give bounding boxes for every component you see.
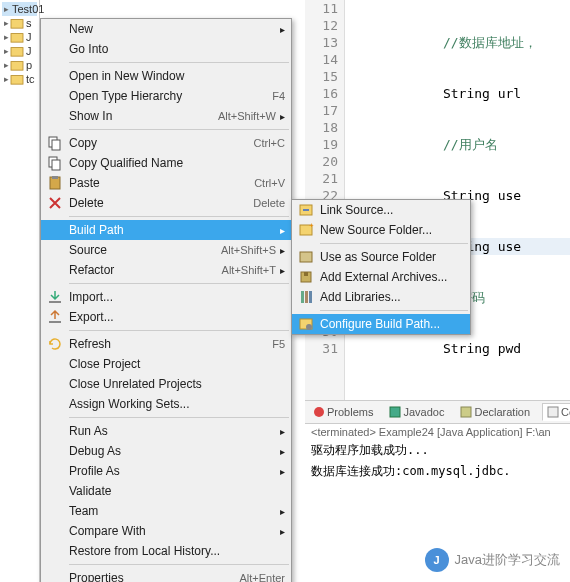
separator bbox=[69, 283, 289, 284]
problems-icon bbox=[313, 406, 325, 418]
svg-rect-13 bbox=[49, 301, 61, 303]
export-icon bbox=[47, 309, 63, 325]
svg-rect-18 bbox=[300, 252, 312, 262]
svg-text:+: + bbox=[309, 222, 314, 230]
archive-icon bbox=[298, 269, 314, 285]
link-source-icon bbox=[298, 202, 314, 218]
menu-copy-qualified[interactable]: Copy Qualified Name bbox=[41, 153, 291, 173]
tab-declaration[interactable]: Declaration bbox=[456, 404, 534, 420]
submenu-add-libraries[interactable]: Add Libraries... bbox=[292, 287, 470, 307]
svg-rect-23 bbox=[309, 291, 312, 303]
delete-icon bbox=[47, 195, 63, 211]
menu-debug-as[interactable]: Debug As▸ bbox=[41, 441, 291, 461]
svg-rect-28 bbox=[461, 407, 471, 417]
menu-close-unrelated[interactable]: Close Unrelated Projects bbox=[41, 374, 291, 394]
svg-rect-20 bbox=[304, 272, 308, 276]
submenu-configure-build-path[interactable]: Configure Build Path... bbox=[292, 314, 470, 334]
tab-problems[interactable]: Problems bbox=[309, 404, 377, 420]
separator bbox=[69, 564, 289, 565]
menu-go-into[interactable]: Go Into bbox=[41, 39, 291, 59]
console-status: <terminated> Example24 [Java Application… bbox=[305, 424, 570, 440]
tab-javadoc[interactable]: Javadoc bbox=[385, 404, 448, 420]
import-icon bbox=[47, 289, 63, 305]
watermark-icon: J bbox=[425, 548, 449, 572]
source-folder-icon bbox=[298, 249, 314, 265]
menu-restore-history[interactable]: Restore from Local History... bbox=[41, 541, 291, 561]
tree-item[interactable]: ▸tc bbox=[2, 72, 37, 86]
watermark: J Java进阶学习交流 bbox=[425, 548, 560, 572]
menu-export[interactable]: Export... bbox=[41, 307, 291, 327]
menu-run-as[interactable]: Run As▸ bbox=[41, 421, 291, 441]
build-path-submenu: Link Source... +New Source Folder... Use… bbox=[291, 199, 471, 335]
new-folder-icon: + bbox=[298, 222, 314, 238]
separator bbox=[320, 243, 468, 244]
menu-source[interactable]: SourceAlt+Shift+S▸ bbox=[41, 240, 291, 260]
submenu-link-source[interactable]: Link Source... bbox=[292, 200, 470, 220]
context-menu: New▸ Go Into Open in New Window Open Typ… bbox=[40, 18, 292, 582]
submenu-add-external[interactable]: Add External Archives... bbox=[292, 267, 470, 287]
tree-item[interactable]: ▸J bbox=[2, 44, 37, 58]
menu-import[interactable]: Import... bbox=[41, 287, 291, 307]
menu-assign-working-sets[interactable]: Assign Working Sets... bbox=[41, 394, 291, 414]
separator bbox=[69, 417, 289, 418]
svg-rect-21 bbox=[301, 291, 304, 303]
project-tree[interactable]: ▸Test01 ▸s ▸J ▸J ▸p ▸tc bbox=[0, 0, 40, 582]
svg-rect-6 bbox=[11, 76, 23, 85]
menu-profile-as[interactable]: Profile As▸ bbox=[41, 461, 291, 481]
library-icon bbox=[298, 289, 314, 305]
menu-team[interactable]: Team▸ bbox=[41, 501, 291, 521]
menu-show-in[interactable]: Show InAlt+Shift+W▸ bbox=[41, 106, 291, 126]
svg-rect-27 bbox=[390, 407, 400, 417]
console-tabs: Problems Javadoc Declaration Conso bbox=[305, 401, 570, 424]
console-output-line: 数据库连接成功:com.mysql.jdbc. bbox=[305, 461, 570, 482]
menu-refresh[interactable]: RefreshF5 bbox=[41, 334, 291, 354]
svg-rect-22 bbox=[305, 291, 308, 303]
svg-rect-5 bbox=[11, 62, 23, 71]
menu-delete[interactable]: DeleteDelete bbox=[41, 193, 291, 213]
watermark-text: Java进阶学习交流 bbox=[455, 551, 560, 569]
svg-point-25 bbox=[306, 324, 312, 330]
svg-rect-10 bbox=[52, 160, 60, 170]
tree-item[interactable]: ▸p bbox=[2, 58, 37, 72]
menu-close-project[interactable]: Close Project bbox=[41, 354, 291, 374]
svg-point-26 bbox=[314, 407, 324, 417]
menu-paste[interactable]: PasteCtrl+V bbox=[41, 173, 291, 193]
menu-build-path[interactable]: Build Path▸ bbox=[41, 220, 291, 240]
copy-icon bbox=[47, 135, 63, 151]
menu-open-type-hierarchy[interactable]: Open Type HierarchyF4 bbox=[41, 86, 291, 106]
separator bbox=[69, 330, 289, 331]
menu-open-new-window[interactable]: Open in New Window bbox=[41, 66, 291, 86]
svg-rect-3 bbox=[11, 34, 23, 43]
tree-item-selected[interactable]: ▸Test01 bbox=[2, 2, 37, 16]
tab-console[interactable]: Conso bbox=[542, 403, 570, 421]
svg-rect-12 bbox=[52, 176, 58, 179]
tree-item[interactable]: ▸s bbox=[2, 16, 37, 30]
separator bbox=[69, 129, 289, 130]
separator bbox=[69, 62, 289, 63]
svg-rect-2 bbox=[11, 20, 23, 29]
tree-item[interactable]: ▸J bbox=[2, 30, 37, 44]
svg-rect-8 bbox=[52, 140, 60, 150]
paste-icon bbox=[47, 175, 63, 191]
console-output-line: 驱动程序加载成功... bbox=[305, 440, 570, 461]
separator bbox=[69, 216, 289, 217]
menu-refactor[interactable]: RefactorAlt+Shift+T▸ bbox=[41, 260, 291, 280]
svg-rect-14 bbox=[49, 321, 61, 323]
menu-copy[interactable]: CopyCtrl+C bbox=[41, 133, 291, 153]
javadoc-icon bbox=[389, 406, 401, 418]
menu-properties[interactable]: PropertiesAlt+Enter bbox=[41, 568, 291, 582]
configure-icon bbox=[298, 316, 314, 332]
refresh-icon bbox=[47, 336, 63, 352]
menu-compare-with[interactable]: Compare With▸ bbox=[41, 521, 291, 541]
menu-new[interactable]: New▸ bbox=[41, 19, 291, 39]
separator bbox=[320, 310, 468, 311]
tree-label: Test01 bbox=[12, 3, 44, 15]
submenu-new-source-folder[interactable]: +New Source Folder... bbox=[292, 220, 470, 240]
copy-icon bbox=[47, 155, 63, 171]
svg-rect-4 bbox=[11, 48, 23, 57]
declaration-icon bbox=[460, 406, 472, 418]
svg-rect-29 bbox=[548, 407, 558, 417]
submenu-use-as-source[interactable]: Use as Source Folder bbox=[292, 247, 470, 267]
menu-validate[interactable]: Validate bbox=[41, 481, 291, 501]
console-icon bbox=[547, 406, 559, 418]
